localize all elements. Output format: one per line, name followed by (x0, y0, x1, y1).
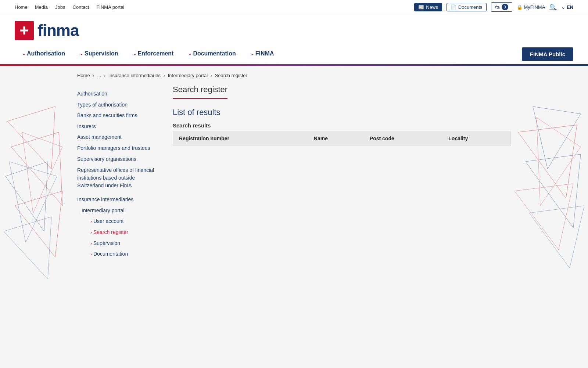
breadcrumb-insurance-intermediaries[interactable]: Insurance intermediaries (108, 73, 161, 78)
documents-icon: 📄 (451, 4, 456, 10)
sidebar-documentation[interactable]: ›Documentation (90, 249, 158, 260)
arrow-icon: › (90, 219, 92, 224)
basket-icon: 🛍 (495, 4, 500, 10)
svg-marker-8 (22, 132, 62, 213)
breadcrumb-intermediary-portal[interactable]: Intermediary portal (168, 73, 208, 78)
arrow-icon: › (90, 241, 92, 246)
sidebar-banks[interactable]: Banks and securities firms (77, 110, 158, 121)
col-postcode: Post code (364, 131, 442, 146)
nav-documentation[interactable]: ⌄ Documentation (181, 44, 243, 64)
results-section-title: List of results (173, 108, 511, 117)
chevron-icon: ⌄ (188, 51, 191, 56)
sidebar: Authorisation Types of authorisation Ban… (77, 85, 158, 260)
sidebar-user-account[interactable]: ›User account (90, 216, 158, 227)
basket-badge: 0 (502, 4, 508, 10)
topbar-jobs[interactable]: Jobs (55, 4, 65, 10)
deco-right (511, 95, 584, 279)
svg-marker-11 (518, 125, 577, 198)
news-button[interactable]: 📰 News (414, 3, 442, 11)
sidebar-intermediary-portal[interactable]: Intermediary portal (82, 205, 158, 216)
search-button[interactable]: 🔍 (549, 4, 557, 11)
page-container: Home › ... › Insurance intermediaries › … (62, 66, 526, 282)
results-table: Registration number Name Post code Local… (173, 131, 511, 146)
table-header-row: Registration number Name Post code Local… (173, 131, 511, 146)
svg-marker-15 (537, 118, 581, 206)
main-content: Search register List of results Search r… (173, 85, 511, 260)
lang-selector[interactable]: ⌄ EN (561, 4, 573, 10)
topbar-finmaportal[interactable]: FINMA portal (96, 4, 124, 10)
breadcrumb-current: Search register (215, 73, 247, 78)
documents-button[interactable]: 📄 Documents (447, 3, 487, 11)
main-nav: ⌄ Authorisation ⌄ Supervision ⌄ Enforcem… (0, 44, 588, 64)
top-bar-links: Home Media Jobs Contact FINMA portal (15, 4, 124, 10)
svg-marker-3 (7, 107, 55, 169)
top-bar: Home Media Jobs Contact FINMA portal 📰 N… (0, 0, 588, 14)
nav-supervision[interactable]: ⌄ Supervision (72, 44, 126, 64)
chevron-icon: ⌄ (22, 51, 25, 56)
logo-area: finma (0, 14, 588, 44)
svg-marker-12 (526, 154, 581, 228)
sidebar-authorisation[interactable]: Authorisation (77, 89, 158, 100)
sidebar-types-authorisation[interactable]: Types of authorisation (77, 100, 158, 111)
col-name: Name (308, 131, 364, 146)
finma-public-button[interactable]: FINMA Public (522, 47, 573, 61)
chevron-icon: ⌄ (80, 51, 83, 56)
svg-rect-2 (20, 30, 28, 32)
top-bar-actions: 📰 News 📄 Documents 🛍 0 🔒 MyFINMA 🔍 ⌄ EN (414, 2, 573, 12)
col-locality: Locality (442, 131, 510, 146)
sidebar-asset-management[interactable]: Asset management (77, 132, 158, 143)
logo-text: finma (37, 21, 79, 40)
myfin-button[interactable]: 🔒 MyFINMA (517, 4, 545, 10)
sidebar-representative-offices[interactable]: Representative offices of financial inst… (77, 165, 158, 191)
sidebar-search-register[interactable]: ›Search register (90, 227, 158, 238)
svg-marker-5 (6, 162, 48, 231)
arrow-icon: › (90, 230, 92, 235)
svg-marker-10 (533, 107, 581, 169)
nav-finma[interactable]: ⌄ FINMA (243, 44, 282, 64)
search-results-label: Search results (173, 122, 511, 129)
deco-left (4, 103, 66, 282)
sidebar-insurance-intermediaries[interactable]: Insurance intermediaries (77, 194, 158, 205)
nav-enforcement[interactable]: ⌄ Enforcement (126, 44, 181, 64)
nav-authorisation[interactable]: ⌄ Authorisation (15, 44, 72, 64)
content-layout: Authorisation Types of authorisation Ban… (77, 81, 511, 282)
chevron-icon: ⌄ (251, 51, 254, 56)
svg-marker-13 (514, 184, 573, 250)
breadcrumb: Home › ... › Insurance intermediaries › … (77, 66, 511, 81)
logo-icon (15, 21, 34, 40)
arrow-icon: › (90, 252, 92, 257)
news-icon: 📰 (418, 4, 424, 10)
svg-marker-9 (9, 162, 57, 242)
svg-marker-4 (11, 132, 62, 206)
topbar-contact[interactable]: Contact (73, 4, 89, 10)
topbar-home[interactable]: Home (15, 4, 28, 10)
svg-marker-6 (15, 191, 62, 257)
chevron-icon: ⌄ (133, 51, 136, 56)
sidebar-supervisory-orgs[interactable]: Supervisory organisations (77, 154, 158, 165)
lock-icon: 🔒 (517, 4, 523, 10)
sidebar-supervision[interactable]: ›Supervision (90, 238, 158, 249)
topbar-media[interactable]: Media (35, 4, 48, 10)
page-title: Search register (173, 85, 227, 99)
svg-marker-7 (4, 217, 51, 279)
col-registration: Registration number (173, 131, 308, 146)
svg-marker-14 (529, 206, 584, 268)
basket-button[interactable]: 🛍 0 (491, 2, 512, 12)
sidebar-portfolio-managers[interactable]: Portfolio managers and trustees (77, 143, 158, 154)
sidebar-insurers[interactable]: Insurers (77, 121, 158, 132)
breadcrumb-home[interactable]: Home (77, 73, 90, 78)
